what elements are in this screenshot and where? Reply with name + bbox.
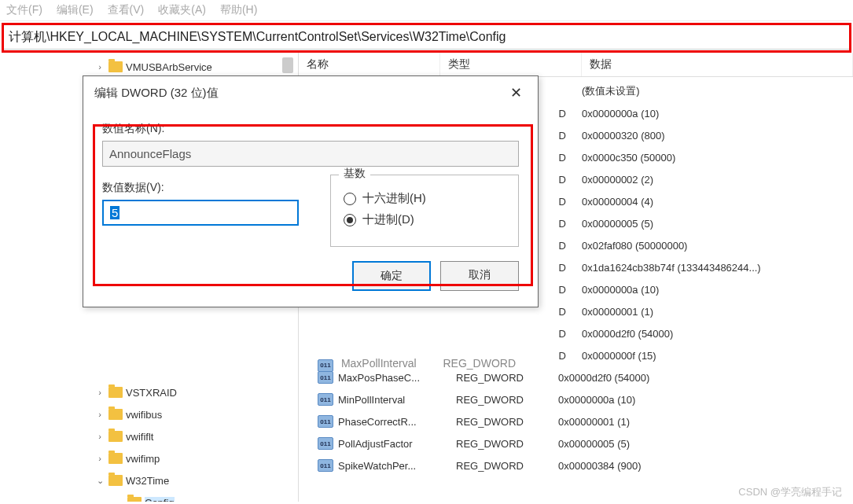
data-label: 数值数据(V):: [102, 181, 299, 195]
scrollbar-thumb[interactable]: [282, 57, 293, 73]
cell-data: (数值未设置): [582, 84, 853, 98]
tree-item[interactable]: ›vwifibus: [94, 403, 298, 425]
partial-row: 011 MaxPollInterval REG_DWORD: [318, 357, 516, 372]
folder-icon: [108, 387, 123, 398]
folder-icon: [127, 497, 142, 502]
table-row[interactable]: 011PollAdjustFactorREG_DWORD0x00000005 (…: [299, 432, 853, 454]
cell-type: D: [535, 218, 582, 230]
tree-label: W32Time: [126, 475, 169, 487]
addressbar-container: [0, 21, 853, 53]
col-data[interactable]: 数据: [582, 53, 853, 76]
cell-data: 0x00000002 (2): [582, 174, 853, 186]
tree-item[interactable]: ›VSTXRAID: [94, 381, 298, 403]
cell-type: D: [535, 262, 582, 274]
tree-label: VSTXRAID: [126, 387, 177, 399]
name-label: 数值名称(N):: [102, 122, 519, 136]
close-button[interactable]: ✕: [505, 84, 527, 101]
cell-name: MinPollInterval: [338, 394, 456, 406]
dword-icon: 011: [318, 371, 333, 384]
cell-data: 0x02faf080 (50000000): [582, 240, 853, 252]
radio-icon: [344, 193, 356, 205]
table-row[interactable]: 011MinPollIntervalREG_DWORD0x0000000a (1…: [299, 388, 853, 410]
tree-item[interactable]: ›vwifimp: [94, 447, 298, 469]
folder-icon: [108, 61, 123, 72]
tree-label: vwifibus: [126, 409, 162, 421]
cell-data: 0x0000000a (10): [582, 284, 853, 296]
tree-label: VMUSBArbService: [126, 61, 212, 73]
table-row[interactable]: 011SpikeWatchPer...REG_DWORD0x00000384 (…: [299, 454, 853, 476]
dword-icon: 011: [318, 459, 333, 472]
caret-icon: ›: [94, 62, 105, 72]
menu-help[interactable]: 帮助(H): [220, 3, 257, 17]
cell-data: 0x0000000a (10): [582, 108, 853, 120]
dialog-body: 数值名称(N): 数值数据(V): 5 基数 十六进制(H) 十进制(D): [83, 109, 538, 261]
cell-name: SpikeWatchPer...: [338, 460, 456, 472]
cell-type: D: [535, 306, 582, 318]
cell-data: 0x0000d2f0 (54000): [582, 328, 853, 340]
cell-data: 0x00000004 (4): [582, 196, 853, 208]
cell-type: D: [535, 240, 582, 252]
dialog-titlebar: 编辑 DWORD (32 位)值 ✕: [83, 76, 538, 109]
cell-type: REG_DWORD: [456, 394, 558, 406]
cell-data: 0x00000001 (1): [558, 416, 853, 428]
cell-data: 0x00000005 (5): [558, 438, 853, 450]
table-row[interactable]: 011PhaseCorrectR...REG_DWORD0x00000001 (…: [299, 410, 853, 432]
cell-data: 0x00000320 (800): [582, 130, 853, 142]
radio-label: 十六进制(H): [362, 191, 426, 206]
table-row[interactable]: D0x0000d2f0 (54000): [299, 322, 853, 344]
menu-file[interactable]: 文件(F): [6, 3, 42, 17]
caret-icon: ›: [94, 454, 105, 463]
caret-icon: ›: [94, 388, 105, 397]
cell-type: REG_DWORD: [443, 357, 516, 370]
menubar: 文件(F) 编辑(E) 查看(V) 收藏夹(A) 帮助(H): [0, 0, 853, 21]
cell-name: PollAdjustFactor: [338, 438, 456, 450]
cell-type: REG_DWORD: [456, 372, 558, 384]
cell-name: MaxPollInterval: [341, 357, 417, 370]
menu-view[interactable]: 查看(V): [108, 3, 145, 17]
cell-name: MaxPosPhaseC...: [338, 372, 456, 384]
folder-icon: [108, 409, 123, 420]
ok-button[interactable]: 确定: [352, 261, 431, 291]
cell-type: D: [535, 284, 582, 296]
dialog-title-text: 编辑 DWORD (32 位)值: [94, 86, 219, 101]
tree-label: vwifimp: [126, 453, 160, 465]
address-input[interactable]: [2, 24, 851, 50]
radio-dec[interactable]: 十进制(D): [344, 212, 506, 227]
cell-type: D: [535, 174, 582, 186]
radio-hex[interactable]: 十六进制(H): [344, 191, 506, 206]
dword-icon: 011: [318, 359, 333, 372]
folder-icon: [108, 453, 123, 464]
radio-label: 十进制(D): [362, 212, 414, 227]
tree-item-w32time[interactable]: ⌄W32Time: [94, 469, 298, 491]
edit-dword-dialog: 编辑 DWORD (32 位)值 ✕ 数值名称(N): 数值数据(V): 5 基…: [83, 75, 539, 307]
dialog-buttons: 确定 取消: [83, 261, 538, 307]
cell-data: 0x00000001 (1): [582, 306, 853, 318]
tree-item[interactable]: ›vwififlt: [94, 425, 298, 447]
cancel-button[interactable]: 取消: [440, 261, 519, 291]
cell-data: 0x00000384 (900): [558, 460, 853, 472]
value-data-input[interactable]: 5: [102, 200, 299, 226]
tree-label: Config: [145, 497, 175, 502]
cell-type: REG_DWORD: [456, 460, 558, 472]
cell-type: REG_DWORD: [456, 438, 558, 450]
tree-item-config[interactable]: Config: [94, 491, 298, 502]
cell-type: REG_DWORD: [456, 416, 558, 428]
caret-down-icon: ⌄: [94, 476, 105, 486]
tree-label: vwififlt: [126, 431, 153, 443]
cell-data: 0x00000005 (5): [582, 218, 853, 230]
dword-icon: 011: [318, 415, 333, 428]
value-name-input[interactable]: [102, 141, 519, 167]
dword-icon: 011: [318, 393, 333, 406]
col-type[interactable]: 类型: [440, 53, 582, 76]
watermark: CSDN @学亮编程手记: [738, 485, 842, 499]
dword-icon: 011: [318, 437, 333, 450]
cell-data: 0x0000c350 (50000): [582, 152, 853, 164]
col-name[interactable]: 名称: [299, 53, 440, 76]
tree-item-vmusbarb[interactable]: › VMUSBArbService: [94, 56, 298, 78]
caret-icon: ›: [94, 410, 105, 419]
radio-checked-icon: [344, 214, 356, 226]
base-group: 基数 十六进制(H) 十进制(D): [330, 175, 519, 247]
menu-favorites[interactable]: 收藏夹(A): [158, 3, 206, 17]
menu-edit[interactable]: 编辑(E): [57, 3, 94, 17]
cell-type: D: [535, 196, 582, 208]
